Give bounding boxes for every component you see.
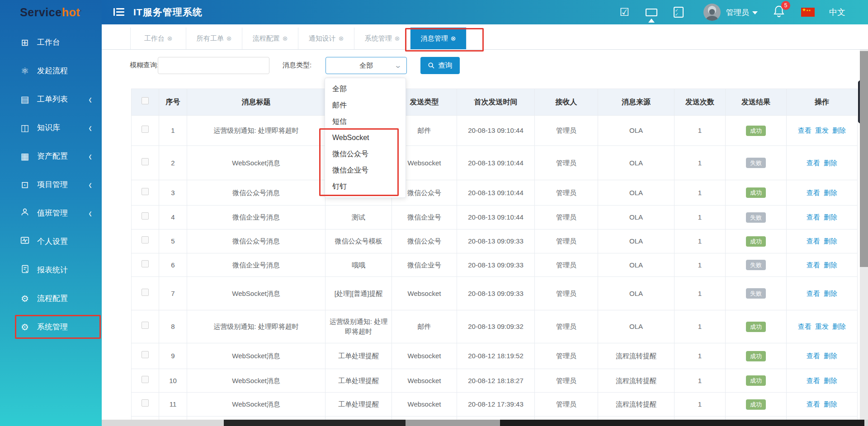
action-link[interactable]: 删除 bbox=[832, 323, 846, 330]
table-row: 6微信企业号消息哦哦 微信企业号20-08-13 09:09:33管理员 OLA… bbox=[132, 253, 858, 277]
checklist-icon[interactable]: ✓✓ bbox=[674, 7, 684, 18]
message-type-select[interactable]: 全部 ⌄ bbox=[326, 57, 407, 74]
tab-message-mgmt[interactable]: 消息管理⊗ bbox=[410, 28, 467, 49]
close-icon[interactable]: ⊗ bbox=[339, 35, 344, 42]
action-link[interactable]: 查看 bbox=[807, 352, 820, 360]
notification-bell[interactable]: 5 bbox=[773, 5, 785, 19]
monitor-icon[interactable] bbox=[646, 9, 657, 16]
action-link[interactable]: 重发 bbox=[815, 323, 829, 330]
close-icon[interactable]: ⊗ bbox=[395, 35, 400, 42]
sidebar-item-start-flow[interactable]: ⚛发起流程 bbox=[0, 56, 102, 85]
row-checkbox[interactable] bbox=[142, 399, 149, 407]
sidebar-item-duty-mgmt[interactable]: 值班管理‹ bbox=[0, 199, 102, 227]
close-icon[interactable]: ⊗ bbox=[451, 35, 456, 42]
language-switch[interactable]: 中文 bbox=[829, 7, 845, 18]
select-all-checkbox[interactable] bbox=[142, 97, 149, 104]
dropdown-option-all[interactable]: 全部 bbox=[325, 81, 406, 97]
row-checkbox[interactable] bbox=[142, 236, 149, 243]
action-link[interactable]: 删除 bbox=[824, 189, 837, 197]
horizontal-scrollbar-thumb[interactable] bbox=[500, 420, 864, 426]
dropdown-option-wechat-enterprise[interactable]: 微信企业号 bbox=[325, 162, 406, 178]
username[interactable]: 管理员 bbox=[726, 7, 749, 18]
logo-text-service: Service bbox=[20, 6, 61, 19]
action-link[interactable]: 查看 bbox=[807, 213, 820, 221]
sidebar-item-system-mgmt[interactable]: ⚙系统管理 bbox=[0, 313, 102, 341]
flow-icon: ⚛ bbox=[19, 66, 31, 76]
horizontal-scrollbar-thumb[interactable] bbox=[224, 420, 406, 426]
china-flag-icon[interactable]: ★★★ bbox=[801, 8, 815, 17]
action-link[interactable]: 删除 bbox=[832, 126, 846, 134]
approval-check-icon[interactable]: ☑ bbox=[619, 7, 629, 18]
search-button[interactable]: 查询 bbox=[420, 57, 460, 74]
action-link[interactable]: 查看 bbox=[807, 237, 820, 245]
chevron-left-icon[interactable]: ‹ bbox=[89, 92, 92, 106]
action-link[interactable]: 查看 bbox=[807, 189, 820, 197]
chevron-left-icon[interactable]: ‹ bbox=[89, 177, 92, 192]
action-link[interactable]: 删除 bbox=[824, 400, 837, 408]
sidebar-item-project-mgmt[interactable]: ⊡项目管理‹ bbox=[0, 170, 102, 199]
action-link[interactable]: 查看 bbox=[807, 377, 820, 384]
dropdown-option-sms[interactable]: 短信 bbox=[325, 113, 406, 130]
avatar[interactable] bbox=[703, 4, 721, 21]
action-link[interactable]: 查看 bbox=[807, 159, 820, 167]
chevron-left-icon[interactable]: ‹ bbox=[89, 149, 92, 163]
action-link[interactable]: 查看 bbox=[807, 290, 820, 297]
action-link[interactable]: 查看 bbox=[807, 261, 820, 269]
dropdown-option-dingtalk[interactable]: 钉钉 bbox=[325, 178, 406, 195]
action-link[interactable]: 删除 bbox=[824, 159, 837, 167]
action-link[interactable]: 查看 bbox=[807, 400, 820, 408]
row-checkbox[interactable] bbox=[142, 376, 149, 383]
sidebar-item-asset-config[interactable]: ▦资产配置‹ bbox=[0, 142, 102, 170]
action-link[interactable]: 删除 bbox=[824, 352, 837, 360]
chevron-left-icon[interactable]: ‹ bbox=[89, 206, 92, 220]
sidebar-fold-icon[interactable] bbox=[113, 8, 124, 16]
message-type-label: 消息类型: bbox=[283, 61, 311, 70]
tab-flow-config[interactable]: 流程配置⊗ bbox=[242, 28, 298, 49]
horizontal-scrollbar[interactable] bbox=[102, 420, 868, 426]
app-title: IT服务管理系统 bbox=[133, 6, 203, 19]
vertical-scrollbar-thumb[interactable] bbox=[860, 51, 868, 267]
report-icon bbox=[19, 265, 31, 276]
action-link[interactable]: 查看 bbox=[798, 323, 811, 330]
fuzzy-search-input[interactable] bbox=[158, 57, 269, 74]
sidebar-item-report-stats[interactable]: 报表统计 bbox=[0, 256, 102, 284]
close-icon[interactable]: ⊗ bbox=[283, 35, 288, 42]
gear-icon: ⚙ bbox=[19, 322, 31, 332]
close-icon[interactable]: ⊗ bbox=[226, 35, 232, 42]
row-checkbox[interactable] bbox=[142, 289, 149, 296]
dropdown-option-websocket[interactable]: WebSocket bbox=[325, 130, 406, 146]
sidebar-item-ticket-list[interactable]: ▤工单列表‹ bbox=[0, 85, 102, 113]
row-checkbox[interactable] bbox=[142, 322, 149, 329]
row-checkbox[interactable] bbox=[142, 126, 149, 133]
row-checkbox[interactable] bbox=[142, 188, 149, 195]
row-actions: 查看重发删除 bbox=[787, 310, 858, 343]
close-icon[interactable]: ⊗ bbox=[167, 35, 173, 42]
tab-workbench[interactable]: 工作台⊗ bbox=[130, 28, 186, 49]
sidebar-item-personal-settings[interactable]: 个人设置 bbox=[0, 227, 102, 256]
row-checkbox[interactable] bbox=[142, 212, 149, 220]
row-actions: 查看删除 bbox=[787, 229, 858, 253]
chevron-left-icon[interactable]: ‹ bbox=[89, 120, 92, 135]
col-result: 发送结果 bbox=[726, 89, 787, 116]
dropdown-option-wechat-official[interactable]: 微信公众号 bbox=[325, 146, 406, 162]
row-checkbox[interactable] bbox=[142, 351, 149, 358]
action-link[interactable]: 删除 bbox=[824, 237, 837, 245]
tab-all-tickets[interactable]: 所有工单⊗ bbox=[186, 28, 242, 49]
sidebar-item-knowledge-base[interactable]: ◫知识库‹ bbox=[0, 113, 102, 142]
sidebar-item-flow-config[interactable]: ⚙流程配置 bbox=[0, 284, 102, 313]
action-link[interactable]: 删除 bbox=[824, 213, 837, 221]
sidebar-item-workbench[interactable]: ⊞工作台 bbox=[0, 28, 102, 56]
vertical-scrollbar[interactable] bbox=[860, 50, 868, 426]
action-link[interactable]: 查看 bbox=[798, 126, 811, 134]
action-link[interactable]: 删除 bbox=[824, 290, 837, 297]
row-checkbox[interactable] bbox=[142, 158, 149, 165]
action-link[interactable]: 重发 bbox=[815, 126, 829, 134]
tab-notify-design[interactable]: 通知设计⊗ bbox=[298, 28, 354, 49]
row-checkbox[interactable] bbox=[142, 260, 149, 267]
action-link[interactable]: 删除 bbox=[824, 377, 837, 384]
tab-system-mgmt[interactable]: 系统管理⊗ bbox=[354, 28, 410, 49]
action-link[interactable]: 删除 bbox=[824, 261, 837, 269]
search-button-label: 查询 bbox=[438, 61, 453, 70]
dropdown-option-email[interactable]: 邮件 bbox=[325, 97, 406, 113]
chevron-down-icon[interactable] bbox=[752, 11, 758, 17]
